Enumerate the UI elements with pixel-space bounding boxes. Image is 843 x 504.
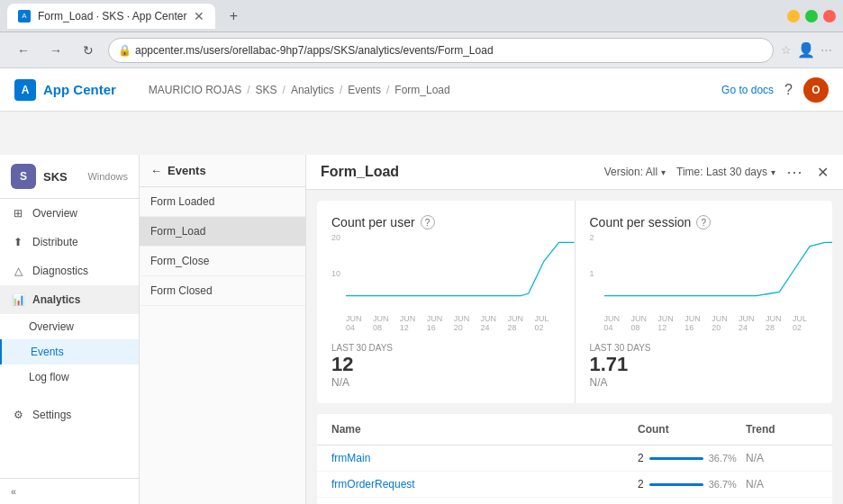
back-arrow-icon: ← <box>150 164 162 177</box>
chart-per-session-value: 1.71 <box>590 353 819 376</box>
sidebar-overview-label: Overview <box>32 207 77 220</box>
row-percent-0: 36.7% <box>709 453 737 464</box>
tab-favicon: A <box>18 10 31 22</box>
table-row[interactable]: frmCustomers 1 5.3% N/A <box>317 498 832 504</box>
more-options-button[interactable]: ⋯ <box>786 162 802 182</box>
lock-icon: 🔒 <box>118 44 131 57</box>
time-dropdown[interactable]: Time: Last 30 days ▾ <box>676 166 775 178</box>
sidebar-diagnostics-label: Diagnostics <box>32 265 88 277</box>
sidebar-item-diagnostics[interactable]: △ Diagnostics <box>0 256 139 285</box>
url-icons: ☆ 👤 ⋯ <box>781 41 832 58</box>
tab-close-button[interactable]: ✕ <box>194 9 204 23</box>
sidebar-app-header: S SKS Windows <box>0 155 139 199</box>
main-wrapper: A App Center MAURICIO ROJAS / SKS / Anal… <box>0 112 843 504</box>
table-header: Name Count Trend <box>317 414 832 446</box>
chart-per-session-x-labels: JUN 04 JUN 08 JUN 12 JUN 16 JUN 20 JUN 2… <box>604 314 819 332</box>
row-bar-0 <box>649 457 703 460</box>
back-button[interactable]: ← <box>11 38 36 63</box>
sidebar: S SKS Windows ⊞ Overview ⬆ Distribute △ … <box>0 155 140 504</box>
time-caret-icon: ▾ <box>771 167 775 177</box>
chart-per-session-svg <box>604 233 833 305</box>
chart-per-user-title: Count per user <box>331 215 415 230</box>
settings-icon[interactable]: ⋯ <box>820 43 832 57</box>
version-caret-icon: ▾ <box>661 167 666 177</box>
col-name-header: Name <box>331 423 638 436</box>
row-name-1[interactable]: frmOrderRequest <box>331 478 638 490</box>
chart-per-user-svg <box>346 233 575 305</box>
chart-per-user-x-labels: JUN 04 JUN 08 JUN 12 JUN 16 JUN 20 JUN 2… <box>346 314 560 332</box>
row-name-0[interactable]: frmMain <box>331 452 638 464</box>
detail-header: Form_Load Version: All ▾ Time: Last 30 d… <box>306 155 843 190</box>
sidebar-distribute-label: Distribute <box>32 236 78 248</box>
sidebar-collapse-button[interactable]: « <box>0 478 139 504</box>
events-panel-header[interactable]: ← Events <box>140 155 305 187</box>
forward-button[interactable]: → <box>43 38 68 63</box>
sidebar-sub-log-flow[interactable]: Log flow <box>0 364 139 390</box>
chart-per-user: Count per user ? 20 10 JUN 04 JUN 08 J <box>317 201 575 403</box>
sidebar-item-overview[interactable]: ⊞ Overview <box>0 199 139 228</box>
events-panel: ← Events Form Loaded Form_Load Form_Clos… <box>140 155 306 504</box>
diagnostics-icon: △ <box>11 264 25 278</box>
chart-per-session-stats: LAST 30 DAYS 1.71 N/A <box>590 343 819 389</box>
col-trend-header: Trend <box>746 423 818 436</box>
fullscreen-button[interactable] <box>805 10 818 22</box>
sidebar-sub-events[interactable]: Events <box>0 339 139 364</box>
sidebar-sub-overview[interactable]: Overview <box>0 314 139 339</box>
app-icon: S <box>11 164 36 189</box>
url-bar: ← → ↻ 🔒 appcenter.ms/users/orellabac-9hp… <box>0 32 843 68</box>
chart-per-session-help-icon[interactable]: ? <box>696 215 711 230</box>
charts-row: Count per user ? 20 10 JUN 04 JUN 08 J <box>317 201 832 403</box>
sidebar-item-analytics[interactable]: 📊 Analytics <box>0 285 139 314</box>
url-text: appcenter.ms/users/orellabac-9hp7/apps/S… <box>135 44 494 57</box>
refresh-button[interactable]: ↻ <box>76 38 101 63</box>
detail-controls: Version: All ▾ Time: Last 30 days ▾ ⋯ ✕ <box>604 162 829 182</box>
browser-chrome: A Form_Load · SKS · App Center ✕ + <box>0 0 843 32</box>
table-row[interactable]: frmOrderRequest 2 36.7% N/A <box>317 472 832 498</box>
close-detail-button[interactable]: ✕ <box>817 164 829 181</box>
row-trend-0: N/A <box>746 452 818 464</box>
chart-per-user-na: N/A <box>331 376 560 389</box>
chart-per-user-title-row: Count per user ? <box>331 215 560 230</box>
chart-per-session-title-row: Count per session ? <box>590 215 819 230</box>
version-dropdown[interactable]: Version: All ▾ <box>604 166 666 178</box>
collapse-icon: « <box>11 486 16 497</box>
time-label: Time: Last 30 days <box>676 166 767 178</box>
table-row[interactable]: frmMain 2 36.7% N/A <box>317 446 832 472</box>
row-count-1: 2 <box>638 478 644 490</box>
browser-tab: A Form_Load · SKS · App Center ✕ <box>7 4 215 29</box>
app-platform: Windows <box>87 171 128 182</box>
sidebar-item-settings[interactable]: ⚙ Settings <box>0 400 139 429</box>
new-tab-button[interactable]: + <box>221 4 246 29</box>
chart-per-session-period: LAST 30 DAYS <box>590 343 819 353</box>
sidebar-analytics-label: Analytics <box>32 293 80 306</box>
event-item-form-close[interactable]: Form_Close <box>140 247 305 276</box>
main-content: Form_Load Version: All ▾ Time: Last 30 d… <box>306 155 843 504</box>
event-item-form-closed[interactable]: Form Closed <box>140 276 305 306</box>
star-icon[interactable]: ☆ <box>781 43 792 57</box>
chart-per-session: Count per session ? 2 1 JUN 04 JUN 08 <box>576 201 833 403</box>
row-bar-1 <box>649 483 703 486</box>
event-item-form-load[interactable]: Form_Load <box>140 217 305 247</box>
url-input[interactable]: 🔒 appcenter.ms/users/orellabac-9hp7/apps… <box>108 38 774 63</box>
row-trend-1: N/A <box>746 478 818 490</box>
row-count-0: 2 <box>638 452 644 464</box>
row-bar-wrap-0: 2 36.7% <box>638 452 746 464</box>
chart-per-session-na: N/A <box>590 376 819 389</box>
chart-per-user-period: LAST 30 DAYS <box>331 343 560 353</box>
sidebar-settings-label: Settings <box>32 409 71 421</box>
minimize-button[interactable] <box>787 10 800 22</box>
events-panel-title: Events <box>168 164 206 177</box>
event-item-form-loaded[interactable]: Form Loaded <box>140 187 305 217</box>
chart-per-user-value: 12 <box>331 353 560 376</box>
app-name: SKS <box>43 170 68 184</box>
home-icon: ⊞ <box>11 206 25 220</box>
chart-per-user-help-icon[interactable]: ? <box>421 215 435 230</box>
tab-title: Form_Load · SKS · App Center <box>38 10 186 22</box>
sidebar-item-distribute[interactable]: ⬆ Distribute <box>0 228 139 256</box>
profile-icon[interactable]: 👤 <box>797 41 815 58</box>
window-close-button[interactable] <box>823 10 836 22</box>
row-percent-1: 36.7% <box>709 479 737 490</box>
analytics-icon: 📊 <box>11 292 25 307</box>
settings-gear-icon: ⚙ <box>11 408 25 422</box>
row-bar-wrap-1: 2 36.7% <box>638 478 746 490</box>
